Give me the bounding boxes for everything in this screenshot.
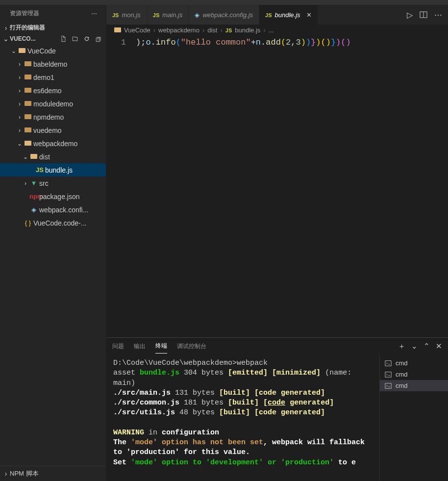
- maximize-panel-icon[interactable]: ⌃: [423, 342, 430, 351]
- tree-item-vuecode-code-[interactable]: { }VueCode.code-...: [0, 216, 106, 229]
- tree-item-dist[interactable]: ⌄dist: [0, 150, 106, 163]
- new-file-icon[interactable]: [60, 35, 69, 42]
- tree-item-babeldemo[interactable]: ›babeldemo: [0, 57, 106, 71]
- folder-icon: [24, 60, 32, 68]
- chevron-right-icon: ›: [153, 26, 155, 34]
- tree-item-label: src: [38, 179, 49, 187]
- chevron-right-icon: ›: [220, 26, 222, 34]
- open-editors-section[interactable]: › 打开的编辑器: [0, 22, 106, 33]
- panel-tab-调试控制台[interactable]: 调试控制台: [177, 339, 206, 354]
- panel-tab-终端[interactable]: 终端: [155, 339, 167, 354]
- tree-item-label: webpack.confi...: [38, 206, 88, 214]
- npm-scripts-section[interactable]: › NPM 脚本: [0, 466, 106, 481]
- collapse-all-icon[interactable]: [95, 35, 104, 42]
- tab-main-js[interactable]: JSmain.js: [147, 5, 189, 25]
- breadcrumb-item[interactable]: VueCode: [124, 26, 150, 34]
- breadcrumb-item[interactable]: bundle.js: [235, 26, 260, 34]
- chevron-right-icon: ›: [16, 101, 24, 107]
- tree-item-demo1[interactable]: ›demo1: [0, 71, 106, 84]
- breadcrumb-item[interactable]: dist: [207, 26, 217, 34]
- terminal-item[interactable]: cmd: [380, 380, 448, 391]
- tree-item-bundle-js[interactable]: JSbundle.js: [0, 163, 106, 177]
- terminal-item[interactable]: cmd: [380, 369, 448, 380]
- tree-item-npmdemo[interactable]: ›npmdemo: [0, 110, 106, 124]
- js-file-icon: JS: [112, 12, 119, 18]
- js-file-icon: JS: [225, 27, 232, 33]
- panel-tabs: 问题输出终端调试控制台＋⌄⌃✕: [106, 338, 448, 354]
- terminal-item-label: cmd: [396, 371, 408, 378]
- tree-item-label: es6demo: [32, 87, 62, 95]
- new-terminal-icon[interactable]: ＋: [398, 342, 405, 351]
- terminal-list: cmdcmdcmd: [379, 354, 448, 481]
- run-icon[interactable]: ▷: [407, 10, 413, 20]
- tree-item-src[interactable]: ›▼src: [0, 177, 106, 190]
- terminal-icon: [385, 371, 392, 378]
- panel-tab-问题[interactable]: 问题: [112, 339, 124, 354]
- new-folder-icon[interactable]: [72, 35, 80, 42]
- folder-icon: [24, 100, 32, 107]
- chevron-down-icon: ⌄: [2, 35, 10, 43]
- svg-rect-3: [385, 372, 391, 377]
- tree-item-label: vuedemo: [32, 127, 62, 134]
- terminal-item[interactable]: cmd: [380, 357, 448, 369]
- folder-open-icon: [18, 47, 26, 54]
- webpack-file-icon: ◈: [195, 11, 199, 19]
- open-editors-label: 打开的编辑器: [10, 24, 104, 32]
- terminal-output[interactable]: D:\Code\VueCode\webpackdemo>webpack asse…: [106, 354, 379, 481]
- close-icon[interactable]: ✕: [306, 11, 312, 19]
- workspace-section[interactable]: ⌄ VUECO...: [0, 33, 106, 44]
- svg-rect-4: [385, 383, 391, 388]
- tab-mon-js[interactable]: JSmon.js: [106, 5, 147, 25]
- tree-item-moduledemo[interactable]: ›moduledemo: [0, 97, 106, 110]
- tree-item-package-json[interactable]: npmpackage.json: [0, 190, 106, 203]
- tree-item-vuedemo[interactable]: ›vuedemo: [0, 124, 106, 137]
- tree-item-es6demo[interactable]: ›es6demo: [0, 84, 106, 97]
- tab-label: main.js: [162, 11, 182, 19]
- tree-item-label: VueCode.code-...: [32, 219, 86, 227]
- vue-folder-icon: ▼: [29, 179, 38, 187]
- tree-item-label: babeldemo: [32, 60, 67, 68]
- folder-icon: [24, 74, 32, 81]
- tab-bundle-js[interactable]: JSbundle.js✕: [259, 5, 318, 25]
- breadcrumb[interactable]: VueCode›webpackdemo›dist›JSbundle.js›...: [106, 25, 448, 36]
- panel-tab-输出[interactable]: 输出: [134, 339, 146, 354]
- terminal-dropdown-icon[interactable]: ⌄: [411, 342, 418, 351]
- breadcrumb-item[interactable]: webpackdemo: [158, 26, 199, 34]
- folder-icon: [24, 113, 32, 121]
- tree-item-label: npmdemo: [32, 113, 64, 121]
- tree-item-label: webpackdemo: [32, 140, 77, 148]
- split-editor-icon[interactable]: [420, 11, 427, 19]
- chevron-down-icon: ⌄: [10, 48, 18, 54]
- workspace-label: VUECO...: [10, 35, 36, 42]
- chevron-down-icon: ⌄: [16, 140, 24, 147]
- close-panel-icon[interactable]: ✕: [436, 342, 442, 351]
- tree-item-vuecode[interactable]: ⌄VueCode: [0, 44, 106, 57]
- tree-item-label: VueCode: [26, 47, 56, 55]
- code-content[interactable]: );o.info("hello common"+n.add(2,3))})()}…: [136, 36, 448, 337]
- file-tree: ⌄VueCode›babeldemo›demo1›es6demo›moduled…: [0, 44, 106, 466]
- webpack-file-icon: ◈: [29, 206, 38, 213]
- chevron-down-icon: ⌄: [22, 153, 29, 160]
- folder-icon: [24, 127, 32, 134]
- editor-area: JSmon.jsJSmain.js◈webpack.config.jsJSbun…: [106, 5, 448, 481]
- menubar: [0, 0, 448, 5]
- chevron-right-icon: ›: [263, 26, 265, 34]
- code-editor[interactable]: 1 );o.info("hello common"+n.add(2,3))})(…: [106, 36, 448, 337]
- folder-icon: [24, 87, 32, 94]
- explorer-more-icon[interactable]: ⋯: [91, 10, 98, 17]
- editor-tabs: JSmon.jsJSmain.js◈webpack.config.jsJSbun…: [106, 5, 448, 25]
- svg-rect-2: [385, 360, 391, 366]
- chevron-right-icon: ›: [2, 24, 10, 32]
- chevron-right-icon: ›: [16, 87, 24, 94]
- chevron-right-icon: ›: [16, 74, 24, 81]
- tab-label: bundle.js: [275, 11, 300, 19]
- tab-webpack-config-js[interactable]: ◈webpack.config.js: [189, 5, 259, 25]
- more-icon[interactable]: ⋯: [434, 10, 442, 20]
- breadcrumb-item[interactable]: ...: [269, 26, 274, 34]
- tree-item-webpack-confi-[interactable]: ◈webpack.confi...: [0, 203, 106, 216]
- terminal-icon: [385, 360, 392, 367]
- tab-label: mon.js: [122, 11, 140, 19]
- refresh-icon[interactable]: [83, 35, 92, 42]
- tree-item-webpackdemo[interactable]: ⌄webpackdemo: [0, 137, 106, 150]
- js-file-icon: JS: [35, 166, 44, 174]
